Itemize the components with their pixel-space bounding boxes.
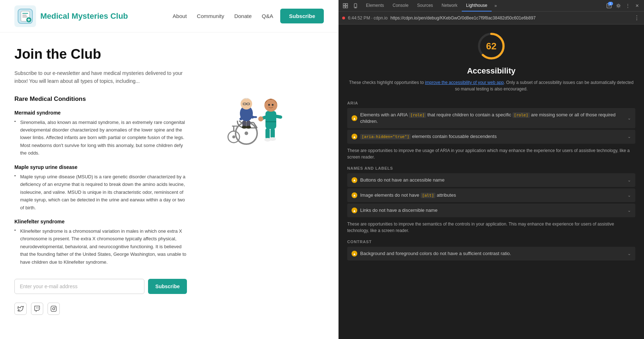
svg-rect-47	[343, 6, 345, 8]
svg-point-50	[355, 7, 356, 8]
social-icons	[14, 303, 187, 315]
audit-item-aria-role-header[interactable]: ▲ Elements with an ARIA [role] that requ…	[347, 108, 635, 128]
svg-rect-35	[265, 128, 270, 139]
warning-icon-1: ▲	[352, 134, 357, 139]
warning-icon-5: ▲	[352, 251, 357, 257]
svg-rect-36	[270, 128, 275, 138]
site-title: Medical Mysteries Club	[40, 12, 128, 21]
audit-text-links: Links do not have a discernible name	[360, 207, 625, 214]
svg-rect-8	[51, 306, 57, 312]
devtools-urlbar: 6:44:52 PM · cdpn.io https://cdpn.io/pen…	[339, 12, 644, 24]
names-labels-section-label: NAMES AND LABELS	[347, 166, 635, 170]
devtools-mobile-icon[interactable]	[352, 2, 359, 10]
chevron-icon-4: ⌄	[627, 208, 631, 213]
nav: Medical Mysteries Club About Community D…	[0, 0, 338, 32]
audit-item-aria-role: ▲ Elements with an ARIA [role] that requ…	[347, 108, 635, 128]
tab-elements[interactable]: Elements	[362, 0, 388, 12]
illustration	[201, 54, 317, 155]
audit-item-contrast-header[interactable]: ▲ Background and foreground colors do no…	[347, 247, 635, 260]
aria-footer-text: These are opportunities to improve the u…	[347, 147, 635, 160]
audit-text-buttons: Buttons do not have an accessible name	[360, 177, 625, 183]
url-container: https://cdpn.io/pen/debug/KKebGwO/0d8ee1…	[390, 15, 630, 21]
nav-donate[interactable]: Donate	[234, 13, 251, 19]
twitch-icon[interactable]	[31, 303, 43, 315]
main-content: Join the Club Subscribe to our e-newslet…	[0, 32, 338, 326]
conditions-heading: Rare Medical Conditions	[14, 95, 187, 103]
email-form: Subscribe	[14, 279, 187, 294]
warning-icon-3: ▲	[352, 192, 357, 198]
nav-about[interactable]: About	[173, 13, 187, 19]
audit-item-images: ▲ Image elements do not have [alt] attri…	[347, 188, 635, 202]
contrast-section-label: CONTRAST	[347, 240, 635, 244]
audit-text-images: Image elements do not have [alt] attribu…	[360, 192, 625, 199]
intro-text: Subscribe to our e-newsletter and have m…	[14, 69, 187, 85]
audit-item-links-header[interactable]: ▲ Links do not have a discernible name ⌄	[347, 204, 635, 217]
devtools-panel: Elements Console Sources Network Lightho…	[339, 0, 644, 339]
svg-point-34	[264, 99, 277, 112]
tab-lighthouse[interactable]: Lighthouse	[462, 0, 492, 12]
audit-text-contrast: Background and foreground colors do not …	[360, 250, 625, 257]
email-input[interactable]	[14, 279, 144, 294]
nav-qa[interactable]: Q&A	[262, 13, 273, 19]
url-text: https://cdpn.io/pen/debug/KKebGwO/0d8ee1…	[390, 15, 536, 21]
svg-point-12	[245, 131, 248, 135]
svg-point-9	[53, 308, 55, 310]
tab-more[interactable]: »	[492, 0, 500, 12]
audit-item-aria-hidden: ▲ [aria-hidden="true"] elements contain …	[347, 130, 635, 143]
tab-sources[interactable]: Sources	[413, 0, 437, 12]
favicon-dot	[342, 17, 345, 19]
page-title: Join the Club	[14, 47, 187, 62]
tab-console[interactable]: Console	[388, 0, 413, 12]
condition-desc-2: Klinefelter syndrome is a chromosomal va…	[14, 227, 187, 266]
audit-item-aria-hidden-header[interactable]: ▲ [aria-hidden="true"] elements contain …	[347, 130, 635, 143]
svg-point-43	[268, 104, 270, 106]
svg-point-14	[232, 135, 235, 138]
score-number: 62	[486, 41, 497, 52]
nav-subscribe-button[interactable]: Subscribe	[280, 9, 324, 23]
condition-title-2: Klinefelter syndrome	[14, 219, 187, 224]
settings-icon[interactable]	[614, 2, 622, 10]
svg-point-41	[258, 116, 263, 121]
svg-point-54	[617, 5, 619, 6]
instagram-icon[interactable]	[48, 303, 60, 315]
svg-point-10	[55, 307, 55, 308]
svg-point-38	[269, 137, 276, 141]
content-left: Join the Club Subscribe to our e-newslet…	[14, 47, 187, 315]
notifications-icon[interactable]: 1	[605, 2, 613, 10]
devtools-inspect-icon[interactable]	[341, 2, 349, 10]
lighthouse-content: 62 Accessibility These checks highlight …	[339, 24, 644, 339]
audit-item-contrast: ▲ Background and foreground colors do no…	[347, 247, 635, 260]
accessibility-desc: These checks highlight opportunities to …	[347, 79, 635, 92]
website-panel: Medical Mysteries Club About Community D…	[0, 0, 339, 339]
devtools-tabs: Elements Console Sources Network Lightho…	[362, 0, 603, 12]
aria-section-label: ARIA	[347, 101, 635, 105]
names-labels-footer-text: These are opportunities to improve the s…	[347, 221, 635, 234]
warning-icon-4: ▲	[352, 208, 357, 213]
improve-link[interactable]: improve the accessibility of your web ap…	[425, 80, 504, 85]
chevron-icon-1: ⌄	[627, 134, 631, 139]
badge-count: 1	[608, 2, 613, 5]
condition-title-1: Maple syrup urine disease	[14, 164, 187, 170]
close-devtools-icon[interactable]: ✕	[633, 2, 641, 10]
audit-item-buttons-header[interactable]: ▲ Buttons do not have an accessible name…	[347, 173, 635, 187]
audit-text-aria-role: Elements with an ARIA [role] that requir…	[360, 112, 625, 125]
svg-rect-48	[346, 6, 348, 8]
chevron-icon-5: ⌄	[627, 251, 631, 256]
svg-rect-46	[346, 3, 348, 5]
twitter-icon[interactable]	[14, 303, 27, 315]
warning-icon-0: ▲	[352, 115, 357, 121]
warning-icon-2: ▲	[352, 177, 357, 183]
subscribe-button[interactable]: Subscribe	[148, 279, 187, 294]
audit-item-images-header[interactable]: ▲ Image elements do not have [alt] attri…	[347, 188, 635, 202]
nav-links: About Community Donate Q&A	[173, 13, 273, 19]
url-more-icon[interactable]: ⋮	[633, 14, 640, 22]
chevron-icon-2: ⌄	[627, 178, 631, 183]
condition-desc-0: Sirenomelia, also known as mermaid syndr…	[14, 119, 187, 157]
audit-text-aria-hidden: [aria-hidden="true"] elements contain fo…	[360, 133, 625, 140]
score-circle-container: 62	[347, 32, 635, 61]
nav-logo: Medical Mysteries Club	[14, 5, 128, 27]
tab-network[interactable]: Network	[437, 0, 462, 12]
more-options-icon[interactable]: ⋮	[624, 2, 632, 10]
nav-community[interactable]: Community	[197, 13, 224, 19]
svg-rect-3	[22, 15, 27, 15]
